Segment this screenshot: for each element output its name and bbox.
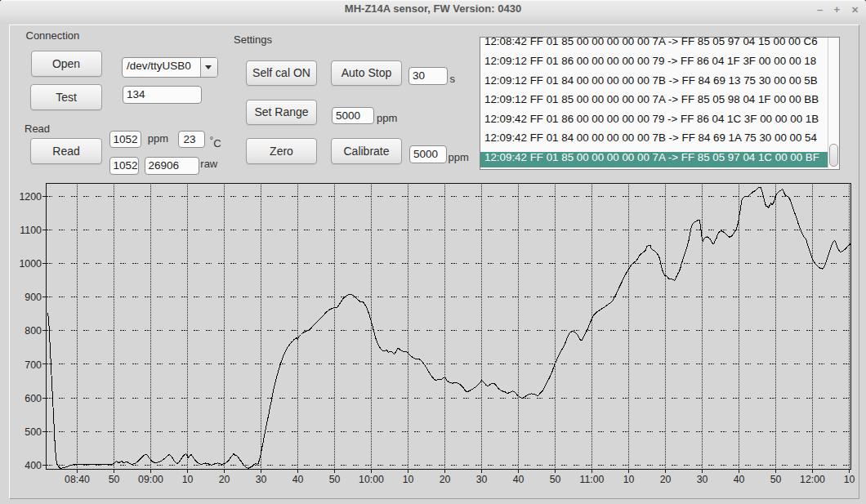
svg-text:10: 10 (182, 474, 194, 485)
svg-text:50: 50 (770, 474, 782, 485)
svg-text:600: 600 (25, 393, 42, 404)
svg-text:10: 10 (403, 474, 414, 485)
svg-text:700: 700 (25, 359, 42, 371)
svg-text:08:40: 08:40 (65, 474, 90, 485)
svg-text:20: 20 (660, 474, 672, 485)
svg-text:10: 10 (844, 474, 855, 485)
svg-text:20: 20 (440, 474, 451, 485)
svg-text:800: 800 (25, 325, 42, 337)
svg-text:50: 50 (329, 474, 341, 485)
svg-text:40: 40 (292, 474, 304, 485)
svg-text:12:00: 12:00 (800, 474, 825, 485)
svg-text:40: 40 (513, 474, 525, 485)
svg-text:900: 900 (25, 292, 42, 303)
svg-text:11:00: 11:00 (580, 474, 605, 485)
svg-text:30: 30 (256, 474, 267, 485)
svg-text:30: 30 (476, 474, 488, 485)
svg-text:1000: 1000 (19, 258, 42, 270)
svg-text:50: 50 (550, 474, 561, 485)
svg-text:10:00: 10:00 (359, 474, 384, 485)
svg-text:1200: 1200 (19, 191, 42, 203)
svg-text:30: 30 (697, 474, 708, 485)
svg-text:50: 50 (109, 474, 120, 485)
svg-text:400: 400 (25, 460, 42, 471)
svg-text:10: 10 (623, 474, 635, 485)
svg-text:09:00: 09:00 (138, 474, 163, 485)
svg-text:500: 500 (25, 426, 42, 438)
svg-text:20: 20 (219, 474, 230, 485)
svg-text:1100: 1100 (20, 225, 42, 236)
svg-text:40: 40 (734, 474, 745, 485)
